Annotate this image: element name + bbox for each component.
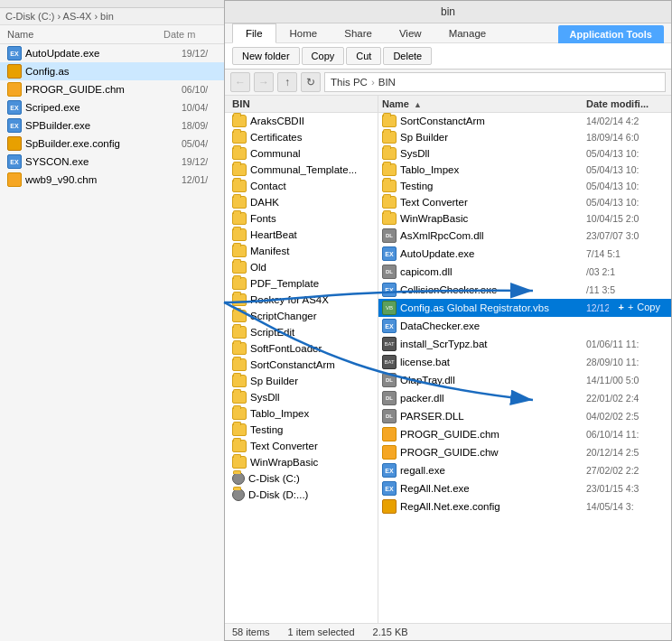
- file-date: 23/01/15 4:3: [586, 483, 667, 494]
- left-list-item[interactable]: SpBuilder.exe.config05/04/: [0, 135, 225, 153]
- folder-name: Manifest: [250, 246, 289, 256]
- ribbon-tab-view[interactable]: View: [386, 23, 435, 43]
- file-item[interactable]: RegAll.Net.exe.config14/05/14 3:: [378, 497, 671, 516]
- file-type-icon: [382, 115, 397, 127]
- file-item[interactable]: DLpacker.dll22/01/02 2:4: [378, 389, 671, 407]
- left-list-item[interactable]: PROGR_GUIDE.chm06/10/: [0, 80, 225, 98]
- file-date: 05/04/13 10:: [586, 164, 667, 175]
- ribbon-btn-cut[interactable]: Cut: [346, 47, 381, 65]
- folder-item[interactable]: Contact: [225, 178, 378, 194]
- folder-item[interactable]: AraksCBDII: [225, 113, 378, 129]
- ribbon-btn-delete[interactable]: Delete: [383, 47, 432, 65]
- folder-item[interactable]: C-Disk (C:): [225, 470, 378, 487]
- folder-item[interactable]: PDF_Template: [225, 275, 378, 292]
- folder-item[interactable]: Tablo_Impex: [225, 405, 378, 422]
- file-type-icon: VB: [382, 301, 397, 315]
- folder-item[interactable]: Manifest: [225, 243, 378, 259]
- file-item[interactable]: SortConstanctArm14/02/14 4:2: [378, 113, 671, 129]
- folder-item[interactable]: SoftFontLoader: [225, 340, 378, 357]
- file-name: regall.exe: [400, 465, 583, 476]
- file-item[interactable]: EXRegAll.Net.exe23/01/15 4:3: [378, 479, 671, 497]
- folder-icon: [232, 326, 247, 339]
- file-item[interactable]: BATlicense.bat28/09/10 11:: [378, 353, 671, 371]
- files-col-name[interactable]: Name ▲: [382, 98, 586, 109]
- file-name: install_ScrTypz.bat: [400, 339, 583, 349]
- folder-name: Sp Builder: [250, 376, 298, 386]
- refresh-button[interactable]: ↻: [301, 72, 321, 92]
- folder-item[interactable]: Sp Builder: [225, 373, 378, 389]
- file-name: Text Converter: [400, 197, 583, 208]
- file-item[interactable]: EXregall.exe27/02/02 2:2: [378, 461, 671, 479]
- folder-item[interactable]: Communal_Template...: [225, 162, 378, 178]
- file-type-icon: [382, 163, 397, 176]
- file-date: 28/09/10 11:: [586, 357, 667, 367]
- folder-item[interactable]: ScriptChanger: [225, 308, 378, 324]
- ribbon-tab-application-tools[interactable]: Application Tools: [558, 25, 664, 43]
- left-item-name: SpBuilder.exe.config: [25, 138, 178, 149]
- back-button[interactable]: ←: [230, 72, 250, 92]
- ribbon-tab-home[interactable]: Home: [276, 23, 331, 43]
- file-item[interactable]: DLPARSER.DLL04/02/02 2:5: [378, 407, 671, 425]
- file-item[interactable]: DLAsXmlRpcCom.dll23/07/07 3:0: [378, 227, 671, 245]
- folder-item[interactable]: WinWrapBasic: [225, 454, 378, 470]
- folder-name: D-Disk (D:...): [248, 489, 308, 500]
- file-item[interactable]: BATinstall_ScrTypz.bat01/06/11 11:: [378, 335, 671, 353]
- folder-icon: [232, 261, 247, 274]
- file-icon: [7, 136, 22, 151]
- file-item[interactable]: DLcapicom.dll/03 2:1: [378, 263, 671, 281]
- folder-icon: [232, 342, 247, 355]
- folder-name: ScriptChanger: [250, 311, 317, 321]
- folder-name: Certificates: [250, 132, 303, 143]
- folder-item[interactable]: Old: [225, 259, 378, 275]
- copy-popup[interactable]: + Copy: [609, 299, 669, 315]
- left-list-item[interactable]: EXAutoUpdate.exe19/12/: [0, 44, 225, 62]
- left-list-item[interactable]: EXSYSCON.exe19/12/: [0, 153, 225, 171]
- left-list-item[interactable]: EXSPBuilder.exe18/09/: [0, 116, 225, 135]
- file-icon: EX: [7, 100, 22, 115]
- forward-button[interactable]: →: [254, 72, 274, 92]
- files-col-date[interactable]: Date modifi...: [586, 98, 667, 109]
- folder-item[interactable]: Testing: [225, 422, 378, 438]
- file-item[interactable]: PROGR_GUIDE.chm06/10/14 11:: [378, 425, 671, 443]
- folder-item[interactable]: HeartBeat: [225, 227, 378, 243]
- left-panel-title: [0, 0, 225, 8]
- folder-item[interactable]: SysDll: [225, 389, 378, 405]
- file-item[interactable]: WinWrapBasic10/04/15 2:0: [378, 210, 671, 227]
- file-name: Config.as Global Registrator.vbs: [400, 302, 583, 313]
- folder-item[interactable]: D-Disk (D:...): [225, 487, 378, 503]
- file-item[interactable]: EXCollisionChecker.exe/11 3:5: [378, 281, 671, 299]
- folder-item[interactable]: Fonts: [225, 210, 378, 227]
- ribbon-tab-manage[interactable]: Manage: [435, 23, 500, 43]
- address-path[interactable]: This PC › BIN: [324, 72, 666, 92]
- ribbon-tab-file[interactable]: File: [232, 23, 276, 43]
- file-item[interactable]: Sp Builder18/09/14 6:0: [378, 129, 671, 145]
- folder-item[interactable]: Text Converter: [225, 438, 378, 454]
- file-item[interactable]: PROGR_GUIDE.chw20/12/14 2:5: [378, 443, 671, 461]
- file-item[interactable]: DLOlapTray.dll14/11/00 5:0: [378, 371, 671, 389]
- folder-item[interactable]: Communal: [225, 145, 378, 162]
- folder-item[interactable]: SortConstanctArm: [225, 357, 378, 373]
- ribbon-btn-copy[interactable]: Copy: [302, 47, 345, 65]
- ribbon-tab-share[interactable]: Share: [331, 23, 386, 43]
- files-header: Name ▲ Date modifi...: [378, 96, 671, 113]
- folder-item[interactable]: ScriptEdit: [225, 324, 378, 340]
- file-name: PROGR_GUIDE.chw: [400, 447, 583, 458]
- file-item[interactable]: Text Converter05/04/13 10:: [378, 194, 671, 210]
- file-item[interactable]: SysDll05/04/13 10:: [378, 145, 671, 162]
- file-item[interactable]: Tablo_Impex05/04/13 10:: [378, 162, 671, 178]
- file-item[interactable]: EXDataChecker.exe: [378, 317, 671, 335]
- folder-item[interactable]: Certificates: [225, 129, 378, 145]
- folder-icon: [232, 375, 247, 387]
- folder-item[interactable]: DAHK: [225, 194, 378, 210]
- left-list-item[interactable]: EXScriped.exe10/04/: [0, 98, 225, 116]
- ribbon-btn-new-folder[interactable]: New folder: [232, 47, 300, 65]
- file-name: license.bat: [400, 357, 583, 367]
- folder-item[interactable]: Rockey for AS4X: [225, 292, 378, 308]
- file-item[interactable]: EXAutoUpdate.exe7/14 5:1: [378, 245, 671, 263]
- left-list-item[interactable]: wwb9_v90.chm12/01/: [0, 171, 225, 189]
- folder-icon: [232, 131, 247, 144]
- ribbon-tabs: FileHomeShareViewManageApplication Tools: [225, 23, 671, 42]
- left-list-item[interactable]: Config.as: [0, 62, 225, 80]
- up-button[interactable]: ↑: [277, 72, 297, 92]
- file-item[interactable]: Testing05/04/13 10:: [378, 178, 671, 194]
